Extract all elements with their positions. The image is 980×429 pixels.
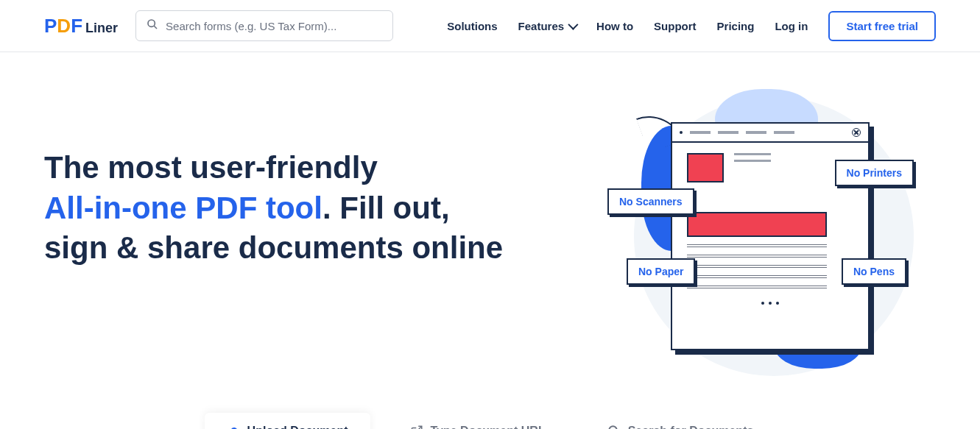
search-input[interactable] [166,20,382,32]
search-box[interactable] [135,10,393,41]
main-nav: Solutions Features How to Support Pricin… [447,11,936,41]
badge-no-pens: No Pens [842,258,906,285]
search-icon [147,18,158,33]
nav-support[interactable]: Support [654,20,697,32]
header: PDFLiner Solutions Features How to Suppo… [0,0,980,52]
nav-features[interactable]: Features [518,20,577,32]
start-trial-button[interactable]: Start free trial [828,11,936,41]
hero-illustration: No Printers No Scanners No Paper No Pens [612,89,936,383]
search-icon [607,425,621,429]
hero-title: The most user-friendly All-in-one PDF to… [44,148,582,269]
logo[interactable]: PDFLiner [44,15,118,38]
nav-solutions[interactable]: Solutions [447,20,497,32]
svg-line-1 [154,26,157,29]
svg-point-3 [609,426,617,429]
svg-point-0 [148,20,155,26]
tab-type-url[interactable]: Type Document URL [388,413,568,429]
external-link-icon [410,425,423,429]
hero-section: The most user-friendly All-in-one PDF to… [0,52,980,405]
action-tabs: Upload Document Type Document URL Search… [0,405,980,429]
tab-search-documents[interactable]: Search for Documents [585,413,776,429]
hero-text: The most user-friendly All-in-one PDF to… [44,89,582,269]
document-illustration [671,122,870,350]
tab-upload-document[interactable]: Upload Document [205,413,370,429]
nav-pricing[interactable]: Pricing [717,20,755,32]
nav-howto[interactable]: How to [596,20,633,32]
close-icon [852,128,861,137]
badge-no-scanners: No Scanners [607,188,694,215]
upload-cloud-icon [227,425,240,429]
nav-login[interactable]: Log in [775,20,808,32]
badge-no-printers: No Printers [835,160,914,186]
chevron-down-icon [568,20,578,30]
badge-no-paper: No Paper [627,258,695,285]
